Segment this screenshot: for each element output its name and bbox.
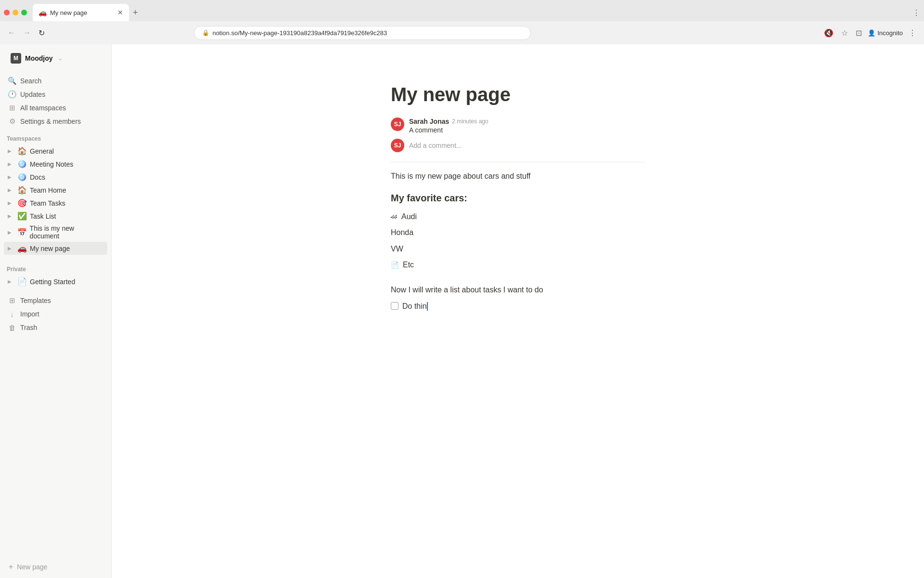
car-emoji-icon: 🏎 [391, 211, 398, 222]
sidebar-item-this-is-my-new-document[interactable]: ▶ 📅 This is my new document [4, 223, 107, 242]
sidebar-bottom-items: ⊞ Templates ↓ Import 🗑 Trash [0, 292, 111, 336]
user-avatar: SJ [391, 139, 404, 152]
address-bar: ← → ↻ 🔒 notion.so/My-new-page-193190a823… [0, 21, 924, 44]
sidebar-item-settings[interactable]: ⚙ Settings & members [4, 115, 107, 128]
incognito-button[interactable]: 👤 Incognito [868, 29, 903, 37]
toolbar-icons: 🔇 ☆ ⊡ 👤 Incognito ⋮ [822, 26, 918, 39]
cars-heading: My favorite cars: [391, 190, 645, 206]
avatar: SJ [391, 118, 404, 131]
chevron-right-icon: ▶ [8, 279, 14, 284]
sidebar-item-meeting-notes[interactable]: ▶ 🪩 Meeting Notes [4, 158, 107, 171]
sidebar-templates-label: Templates [20, 297, 51, 304]
car-label: VW [391, 243, 403, 255]
refresh-button[interactable]: ↻ [37, 26, 47, 39]
sidebar-item-import[interactable]: ↓ Import [4, 307, 107, 321]
tab-more-icon[interactable]: ⋮ [912, 8, 920, 17]
sidebar-item-docs[interactable]: ▶ 🪩 Docs [4, 171, 107, 184]
sidebar-header: M Moodjoy ⌄ [0, 44, 111, 72]
mute-icon[interactable]: 🔇 [822, 26, 835, 39]
incognito-label: Incognito [877, 29, 903, 37]
comment-author: Sarah Jonas [409, 118, 449, 125]
sidebar-nav: 🔍 Search 🕐 Updates ⊞ All teamspaces ⚙ Se… [0, 72, 111, 130]
add-comment-row: SJ Add a comment... [391, 139, 645, 152]
new-page-button[interactable]: + New page [4, 560, 107, 574]
sidebar-item-all-teamspaces[interactable]: ⊞ All teamspaces [4, 101, 107, 115]
comment-meta: Sarah Jonas 2 minutes ago [409, 118, 645, 125]
sidebar-all-teamspaces-label: All teamspaces [20, 104, 66, 112]
app: M Moodjoy ⌄ 🔍 Search 🕐 Updates ⊞ All tea… [0, 44, 924, 578]
bookmark-icon[interactable]: ☆ [839, 26, 850, 39]
sidebar-search-label: Search [20, 77, 41, 85]
sidebar-item-team-tasks[interactable]: ▶ 🎯 Team Tasks [4, 197, 107, 210]
trash-icon: 🗑 [8, 323, 16, 332]
tab-bar: 🚗 My new page ✕ + ⋮ [0, 0, 924, 21]
active-tab[interactable]: 🚗 My new page ✕ [33, 4, 129, 21]
private-section: Private [0, 261, 111, 275]
workspace-title: Moodjoy [25, 54, 53, 62]
private-list: ▶ 📄 Getting Started [0, 275, 111, 288]
address-input[interactable]: 🔒 notion.so/My-new-page-193190a8239a4f9d… [194, 26, 531, 40]
sidebar-item-getting-started[interactable]: ▶ 📄 Getting Started [4, 275, 107, 288]
sidebar-item-general[interactable]: ▶ 🏠 General [4, 144, 107, 158]
workspace-name[interactable]: M Moodjoy ⌄ [7, 50, 104, 66]
sidebar-item-my-new-page[interactable]: ▶ 🚗 My new page [4, 242, 107, 255]
address-text: notion.so/My-new-page-193190a8239a4f9da7… [212, 29, 387, 37]
comment-time: 2 minutes ago [452, 118, 488, 125]
new-tab-button[interactable]: + [129, 6, 142, 20]
plus-icon: + [9, 563, 13, 571]
sidebar-item-updates[interactable]: 🕐 Updates [4, 88, 107, 101]
car-label: Audi [401, 210, 417, 223]
chevron-right-icon: ▶ [8, 187, 14, 193]
all-teamspaces-icon: ⊞ [8, 104, 16, 112]
browser-chrome: 🚗 My new page ✕ + ⋮ ← → ↻ 🔒 notion.so/My… [0, 0, 924, 44]
comment-body: Sarah Jonas 2 minutes ago A comment [409, 118, 645, 134]
add-comment-input[interactable]: Add a comment... [409, 142, 462, 149]
sidebar-item-templates[interactable]: ⊞ Templates [4, 294, 107, 307]
forward-button[interactable]: → [21, 26, 33, 39]
main-content: My new page SJ Sarah Jonas 2 minutes ago… [112, 44, 924, 578]
sidebar-item-task-list[interactable]: ▶ ✅ Task List [4, 210, 107, 223]
sidebar-item-trash[interactable]: 🗑 Trash [4, 321, 107, 334]
tab-favicon-icon: 🚗 [38, 9, 46, 16]
tab-close-icon[interactable]: ✕ [117, 9, 123, 16]
checkbox[interactable] [391, 302, 398, 310]
task-label: Do thin [402, 300, 428, 313]
comment-text: A comment [409, 126, 645, 134]
profile-icon: 👤 [868, 29, 875, 37]
settings-icon: ⚙ [8, 117, 16, 126]
comment-item: SJ Sarah Jonas 2 minutes ago A comment [391, 118, 645, 134]
maximize-window-button[interactable] [21, 10, 27, 15]
close-window-button[interactable] [4, 10, 10, 15]
chevron-right-icon: ▶ [8, 230, 14, 235]
teamspaces-section: Teamspaces [0, 130, 111, 144]
extension-icon[interactable]: ⊡ [854, 26, 864, 39]
sidebar-item-search[interactable]: 🔍 Search [4, 74, 107, 88]
sidebar-settings-label: Settings & members [20, 118, 81, 125]
task-item: Do thin [391, 300, 645, 313]
sidebar: M Moodjoy ⌄ 🔍 Search 🕐 Updates ⊞ All tea… [0, 44, 112, 578]
car-item-audi: 🏎 Audi [391, 210, 645, 224]
lock-icon: 🔒 [202, 29, 209, 36]
comment-section: SJ Sarah Jonas 2 minutes ago A comment S… [391, 118, 645, 152]
updates-icon: 🕐 [8, 90, 16, 99]
chevron-right-icon: ▶ [8, 246, 14, 251]
back-button[interactable]: ← [6, 26, 17, 39]
page-intro: This is my new page about cars and stuff [391, 170, 645, 183]
page-title: My new page [391, 83, 645, 106]
chevron-right-icon: ▶ [8, 200, 14, 206]
page-body: This is my new page about cars and stuff… [391, 170, 645, 312]
tasks-intro: Now I will write a list about tasks I wa… [391, 284, 645, 296]
chevron-right-icon: ▶ [8, 174, 14, 180]
car-label: Honda [391, 226, 413, 239]
minimize-window-button[interactable] [13, 10, 18, 15]
sidebar-import-label: Import [20, 310, 39, 318]
workspace-icon: M [11, 53, 21, 64]
teamspaces-list: ▶ 🏠 General ▶ 🪩 Meeting Notes ▶ 🪩 Docs ▶… [0, 144, 111, 255]
sidebar-item-team-home[interactable]: ▶ 🏠 Team Home [4, 184, 107, 197]
car-item-etc[interactable]: 📄 Etc [391, 258, 645, 272]
browser-more-icon[interactable]: ⋮ [907, 26, 918, 39]
car-label: Etc [403, 259, 414, 271]
sidebar-footer: + New page [0, 556, 111, 578]
private-section-label: Private [7, 266, 26, 273]
templates-icon: ⊞ [8, 296, 16, 305]
